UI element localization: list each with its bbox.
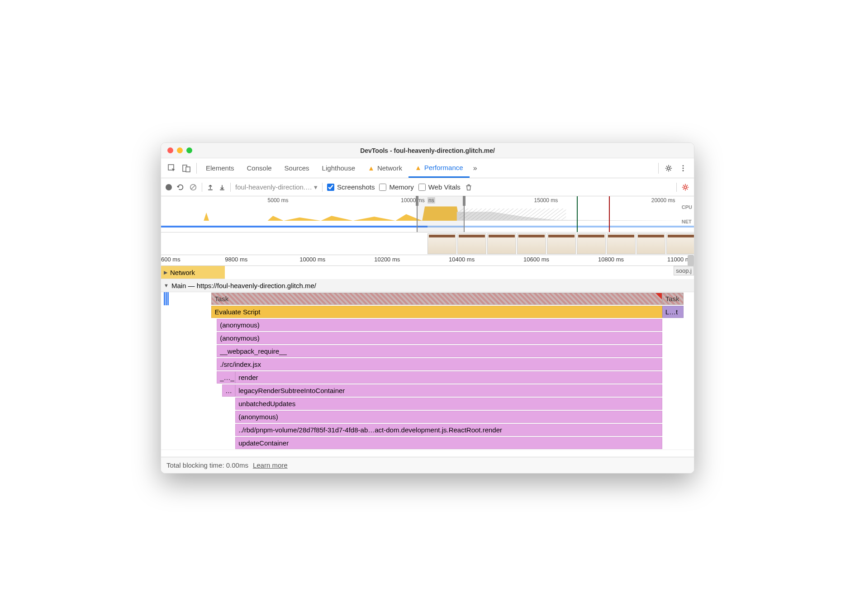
fn-prefix-bar[interactable]: … bbox=[222, 384, 235, 397]
overview-labels: CPU NET bbox=[682, 204, 692, 233]
selection-handle-right[interactable] bbox=[463, 196, 466, 206]
main-track-header[interactable]: ▼ Main — https://foul-heavenly-direction… bbox=[161, 279, 694, 292]
task-bar-2[interactable]: Task bbox=[662, 293, 684, 305]
learn-more-link[interactable]: Learn more bbox=[253, 461, 288, 469]
task-label: Task bbox=[214, 295, 228, 303]
divider bbox=[196, 163, 197, 174]
screenshot-thumb[interactable] bbox=[636, 233, 665, 254]
warning-icon: ▲ bbox=[368, 164, 375, 172]
divider bbox=[658, 163, 659, 174]
web-vitals-checkbox-input[interactable] bbox=[418, 184, 426, 191]
screenshots-checkbox-input[interactable] bbox=[327, 184, 334, 191]
detail-ruler[interactable]: 600 ms 9800 ms 10000 ms 10200 ms 10400 m… bbox=[161, 255, 694, 266]
inspect-element-icon[interactable] bbox=[165, 161, 179, 175]
tab-network[interactable]: ▲ Network bbox=[361, 158, 408, 178]
svg-point-4 bbox=[683, 165, 684, 166]
fn-bar[interactable]: (anonymous) bbox=[235, 411, 662, 423]
profile-select[interactable]: foul-heavenly-direction.… ▾ bbox=[235, 183, 318, 191]
web-vitals-checkbox[interactable]: Web Vitals bbox=[418, 183, 461, 191]
reload-button[interactable] bbox=[176, 183, 185, 191]
fn-bar[interactable]: legacyRenderSubtreeIntoContainer bbox=[235, 384, 662, 397]
fn-bar[interactable]: updateContainer bbox=[235, 437, 662, 449]
devtools-window: DevTools - foul-heavenly-direction.glitc… bbox=[161, 142, 694, 474]
evaluate-script-bar[interactable]: Evaluate Script bbox=[211, 306, 662, 318]
overview-selection[interactable] bbox=[417, 196, 465, 232]
network-item-soop[interactable]: soop.j bbox=[674, 266, 694, 275]
maximize-window-button[interactable] bbox=[186, 147, 192, 153]
fn-bar[interactable]: (anonymous) bbox=[217, 319, 662, 331]
screenshots-filmstrip[interactable] bbox=[161, 232, 694, 255]
fn-bar[interactable]: ./src/index.jsx bbox=[217, 358, 662, 370]
tab-performance-label: Performance bbox=[424, 164, 463, 171]
tab-sources[interactable]: Sources bbox=[278, 158, 316, 178]
svg-point-5 bbox=[683, 167, 684, 169]
close-window-button[interactable] bbox=[167, 147, 173, 153]
fn-bar[interactable]: __webpack_require__ bbox=[217, 345, 662, 357]
svg-rect-2 bbox=[186, 167, 190, 172]
fn-prefix-bar[interactable]: _…_ bbox=[217, 371, 235, 384]
divider bbox=[202, 183, 202, 192]
screenshot-thumb[interactable] bbox=[428, 233, 456, 254]
expand-icon: ▶ bbox=[164, 270, 167, 275]
overview-tick: 5000 ms bbox=[268, 197, 289, 204]
tab-network-label: Network bbox=[377, 164, 402, 172]
warning-icon: ▲ bbox=[415, 164, 422, 171]
screenshot-thumb[interactable] bbox=[547, 233, 576, 254]
vertical-scrollbar[interactable] bbox=[688, 255, 694, 266]
memory-checkbox[interactable]: Memory bbox=[379, 183, 413, 191]
thin-task[interactable] bbox=[166, 292, 167, 305]
net-label: NET bbox=[682, 219, 692, 224]
screenshots-label: Screenshots bbox=[337, 183, 375, 191]
task-bar[interactable]: Task bbox=[211, 293, 662, 305]
marker-fcp bbox=[577, 196, 578, 232]
screenshot-thumb[interactable] bbox=[487, 233, 516, 254]
network-track-header[interactable]: ▶ Network bbox=[161, 266, 225, 279]
flame-chart[interactable]: Task Task Evaluate Script L…t (anonymous… bbox=[161, 292, 694, 450]
capture-settings-icon[interactable] bbox=[681, 183, 689, 191]
footer-bar: Total blocking time: 0.00ms Learn more bbox=[161, 457, 694, 473]
tab-performance[interactable]: ▲ Performance bbox=[408, 158, 470, 178]
screenshot-thumb[interactable] bbox=[517, 233, 546, 254]
minimize-window-button[interactable] bbox=[177, 147, 183, 153]
record-button[interactable] bbox=[166, 184, 172, 190]
fn-bar[interactable]: ../rbd/pnpm-volume/28d7f85f-31d7-4fd8-ab… bbox=[235, 424, 662, 436]
svg-point-6 bbox=[683, 170, 684, 171]
window-title: DevTools - foul-heavenly-direction.glitc… bbox=[360, 147, 495, 154]
tab-console[interactable]: Console bbox=[241, 158, 278, 178]
main-track-label: Main — https://foul-heavenly-direction.g… bbox=[171, 282, 316, 289]
fn-bar[interactable]: render bbox=[235, 371, 662, 384]
divider bbox=[230, 183, 231, 192]
collapse-icon: ▼ bbox=[164, 283, 169, 288]
layout-bar[interactable]: L…t bbox=[662, 306, 684, 318]
download-profile-button[interactable] bbox=[218, 184, 226, 191]
thin-task[interactable] bbox=[167, 292, 169, 305]
tab-lighthouse[interactable]: Lighthouse bbox=[316, 158, 361, 178]
clear-button[interactable] bbox=[189, 183, 197, 191]
kebab-menu-icon[interactable] bbox=[676, 161, 690, 175]
divider bbox=[322, 183, 323, 192]
blocking-time-text: Total blocking time: 0.00ms bbox=[166, 461, 248, 469]
upload-profile-button[interactable] bbox=[207, 184, 214, 191]
device-toolbar-icon[interactable] bbox=[179, 161, 194, 175]
ruler-tick: 10600 ms bbox=[523, 256, 549, 263]
screenshot-thumb[interactable] bbox=[607, 233, 636, 254]
fn-bar[interactable]: unbatchedUpdates bbox=[235, 398, 662, 410]
svg-rect-10 bbox=[460, 208, 566, 220]
garbage-collect-button[interactable] bbox=[465, 183, 472, 191]
screenshot-thumb[interactable] bbox=[457, 233, 486, 254]
net-bar-2 bbox=[428, 226, 694, 227]
thin-task[interactable] bbox=[164, 292, 165, 305]
screenshot-thumb[interactable] bbox=[577, 233, 606, 254]
timeline-overview[interactable]: 5000 ms 10000 ms ns 15000 ms 20000 ms CP… bbox=[161, 196, 694, 232]
screenshot-thumb[interactable] bbox=[666, 233, 694, 254]
selection-handle-left[interactable] bbox=[416, 196, 418, 206]
fn-bar[interactable]: (anonymous) bbox=[217, 332, 662, 344]
screenshots-checkbox[interactable]: Screenshots bbox=[327, 183, 375, 191]
memory-checkbox-input[interactable] bbox=[379, 184, 386, 191]
overview-tick: 15000 ms bbox=[534, 197, 558, 204]
settings-icon[interactable] bbox=[661, 161, 676, 175]
more-tabs-button[interactable]: » bbox=[470, 164, 481, 172]
profile-name: foul-heavenly-direction.… bbox=[235, 183, 312, 191]
chevron-down-icon: ▾ bbox=[314, 183, 318, 191]
tab-elements[interactable]: Elements bbox=[200, 158, 241, 178]
